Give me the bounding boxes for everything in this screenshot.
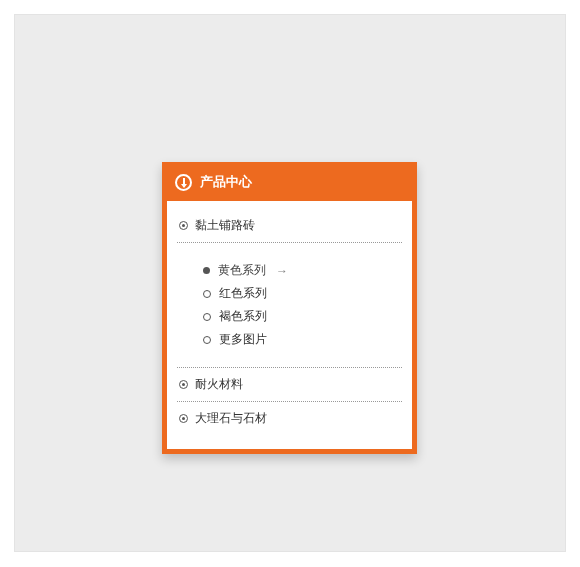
radio-dot-icon [179, 380, 188, 389]
panel-header: 产品中心 [167, 167, 412, 201]
category-label: 大理石与石材 [195, 410, 267, 427]
divider [177, 401, 402, 402]
divider [177, 367, 402, 368]
category-refractory[interactable]: 耐火材料 [177, 370, 402, 399]
subitem-label: 红色系列 [219, 285, 267, 302]
panel-title: 产品中心 [200, 173, 252, 191]
download-circle-icon [175, 174, 192, 191]
category-label: 黏土铺路砖 [195, 217, 255, 234]
subitem-more-images[interactable]: 更多图片 [203, 328, 402, 351]
category-clay-paving-brick[interactable]: 黏土铺路砖 [177, 211, 402, 240]
subitem-yellow-series[interactable]: 黄色系列 → [203, 259, 402, 282]
subcategory-list: 黄色系列 → 红色系列 褐色系列 更多图片 [177, 245, 402, 365]
subitem-red-series[interactable]: 红色系列 [203, 282, 402, 305]
divider [177, 242, 402, 243]
page-background: 产品中心 黏土铺路砖 黄色系列 → 红色系列 [14, 14, 566, 552]
radio-dot-icon [179, 221, 188, 230]
radio-dot-icon [179, 414, 188, 423]
bullet-hollow-icon [203, 313, 211, 321]
subitem-label: 更多图片 [219, 331, 267, 348]
bullet-filled-icon [203, 267, 210, 274]
bullet-hollow-icon [203, 290, 211, 298]
category-label: 耐火材料 [195, 376, 243, 393]
subitem-label: 黄色系列 [218, 262, 266, 279]
subitem-label: 褐色系列 [219, 308, 267, 325]
panel-frame: 产品中心 黏土铺路砖 黄色系列 → 红色系列 [162, 162, 417, 454]
category-marble-stone[interactable]: 大理石与石材 [177, 404, 402, 433]
product-center-panel: 产品中心 黏土铺路砖 黄色系列 → 红色系列 [162, 162, 417, 454]
subitem-brown-series[interactable]: 褐色系列 [203, 305, 402, 328]
bullet-hollow-icon [203, 336, 211, 344]
panel-body: 黏土铺路砖 黄色系列 → 红色系列 褐色系列 [167, 201, 412, 449]
arrow-right-icon: → [276, 264, 288, 278]
